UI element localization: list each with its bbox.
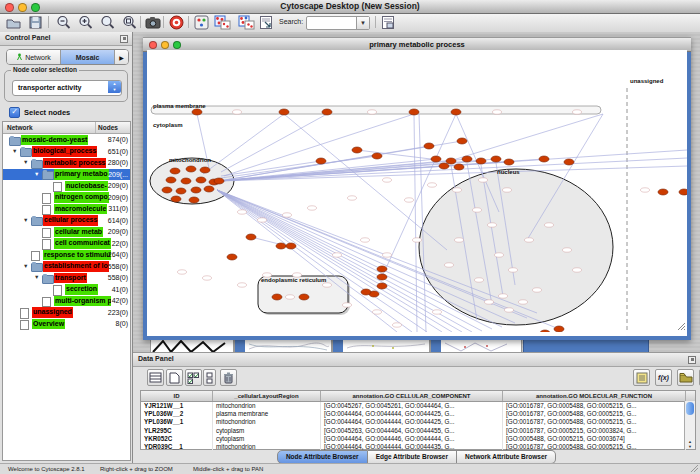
network-node-small[interactable]: [333, 253, 342, 257]
import-attributes-button[interactable]: [677, 369, 694, 386]
float-panel-icon[interactable]: [120, 35, 128, 43]
network-node[interactable]: [170, 168, 180, 174]
attribute-batch-button[interactable]: [380, 15, 397, 30]
tree-row[interactable]: nucleobase-209(0): [3, 180, 130, 192]
tree-row[interactable]: unassigned223(0): [3, 307, 130, 319]
network-node-small[interactable]: [473, 208, 482, 212]
network-node[interactable]: [457, 138, 467, 144]
network-node-small[interactable]: [283, 213, 292, 217]
network-node[interactable]: [316, 158, 326, 164]
network-node-small[interactable]: [493, 110, 502, 114]
tree-column-nodes[interactable]: Nodes: [96, 122, 130, 133]
network-node[interactable]: [200, 167, 210, 173]
network-node[interactable]: [491, 156, 501, 162]
network-node-small[interactable]: [485, 300, 494, 304]
tree-expand-arrow-icon[interactable]: ▼: [34, 272, 39, 284]
zoom-out-button[interactable]: [55, 15, 72, 30]
delete-attribute-button[interactable]: [220, 369, 237, 386]
zoom-fit-button[interactable]: [121, 15, 138, 30]
network-node[interactable]: [504, 159, 514, 165]
network-node-small[interactable]: [258, 218, 267, 222]
network-node[interactable]: [361, 289, 371, 295]
tree-row[interactable]: ▼cellular process614(0): [3, 215, 130, 227]
select-all-columns-button[interactable]: [147, 369, 164, 386]
network-node[interactable]: [189, 197, 199, 203]
network-node[interactable]: [564, 159, 574, 165]
network-node[interactable]: [431, 156, 441, 162]
attribute-report-button[interactable]: [633, 369, 650, 386]
network-node[interactable]: [377, 274, 387, 280]
network-node[interactable]: [539, 156, 549, 162]
tree-row[interactable]: secretion41(0): [3, 284, 130, 296]
network-node-small[interactable]: [525, 238, 534, 242]
network-node[interactable]: [279, 109, 289, 115]
network-node-small[interactable]: [348, 196, 357, 200]
zoom-selected-button[interactable]: [99, 15, 116, 30]
tree-row[interactable]: response to stimulu264(0): [3, 249, 130, 261]
tree-expand-arrow-icon[interactable]: ▼: [34, 169, 39, 181]
network-node[interactable]: [540, 330, 550, 332]
network-node[interactable]: [276, 243, 286, 249]
network-node-small[interactable]: [499, 294, 508, 298]
tree-column-network[interactable]: Network: [3, 122, 96, 133]
open-network-button[interactable]: [5, 15, 22, 30]
network-node[interactable]: [658, 189, 668, 195]
tree-expand-arrow-icon[interactable]: ▼: [23, 215, 28, 227]
network-node[interactable]: [476, 158, 486, 164]
network-node-small[interactable]: [573, 268, 582, 272]
network-node-small[interactable]: [286, 295, 295, 299]
network-node[interactable]: [352, 147, 362, 153]
scrollbar-arrows[interactable]: ▲▼: [685, 439, 695, 449]
tree-row[interactable]: cellular metab209(0): [3, 226, 130, 238]
network-node-small[interactable]: [373, 310, 382, 314]
network-node[interactable]: [409, 109, 419, 115]
new-attribute-button[interactable]: [166, 369, 183, 386]
network-node[interactable]: [454, 164, 464, 170]
network-node-small[interactable]: [233, 110, 242, 114]
network-node-small[interactable]: [361, 238, 370, 242]
table-row[interactable]: YPL036W__1mitochondrion[GO:0044464, GO:0…: [141, 418, 695, 426]
network-node-small[interactable]: [383, 253, 392, 257]
network-node[interactable]: [166, 177, 176, 183]
network-node-small[interactable]: [433, 310, 442, 314]
scrollbar-thumb[interactable]: [686, 402, 694, 415]
snapshot-camera-button[interactable]: [144, 15, 161, 30]
column-header-molecular-function[interactable]: annotation.GO MOLECULAR_FUNCTION: [503, 391, 686, 401]
network-node[interactable]: [214, 178, 224, 184]
network-node[interactable]: [191, 187, 201, 193]
tree-row[interactable]: mosaic-demo-yeast874(0): [3, 134, 130, 146]
zoom-in-button[interactable]: [77, 15, 94, 30]
network-node[interactable]: [372, 153, 382, 159]
search-input[interactable]: ▼: [306, 16, 370, 30]
network-node[interactable]: [462, 156, 472, 162]
unselect-attributes-button[interactable]: [203, 369, 216, 386]
network-node-small[interactable]: [475, 278, 484, 282]
network-node-small[interactable]: [573, 110, 582, 114]
network-node-small[interactable]: [479, 178, 488, 182]
network-node[interactable]: [377, 266, 387, 272]
import-table-button[interactable]: [258, 15, 275, 30]
network-canvas[interactable]: plasma membrane cytoplasm mitochondrion …: [147, 50, 687, 332]
network-node-small[interactable]: [453, 188, 462, 192]
network-node[interactable]: [204, 186, 214, 192]
tab-edge-attribute-browser[interactable]: Edge Attribute Browser: [368, 450, 457, 464]
network-node-small[interactable]: [563, 248, 572, 252]
network-node[interactable]: [439, 163, 449, 169]
column-header-region[interactable]: _cellularLayoutRegion: [213, 391, 321, 401]
network-node[interactable]: [272, 294, 282, 300]
network-node[interactable]: [181, 178, 191, 184]
node-color-dropdown[interactable]: transporter activity ▲▼: [12, 80, 122, 96]
network-node-small[interactable]: [393, 323, 402, 327]
network-node[interactable]: [246, 234, 256, 240]
network-node-small[interactable]: [405, 198, 414, 202]
network-node[interactable]: [176, 188, 186, 194]
tree-row[interactable]: ▼establishment of lo558(0): [3, 261, 130, 273]
network-node-small[interactable]: [488, 223, 497, 227]
tab-overflow-button[interactable]: ▶: [115, 50, 128, 64]
network-node-small[interactable]: [383, 178, 392, 182]
network-node-small[interactable]: [519, 300, 528, 304]
tree-row[interactable]: macromolecule311(0): [3, 203, 130, 215]
network-node-small[interactable]: [323, 283, 332, 287]
select-attributes-button[interactable]: [185, 369, 202, 386]
app-resize-grip[interactable]: [690, 464, 699, 473]
